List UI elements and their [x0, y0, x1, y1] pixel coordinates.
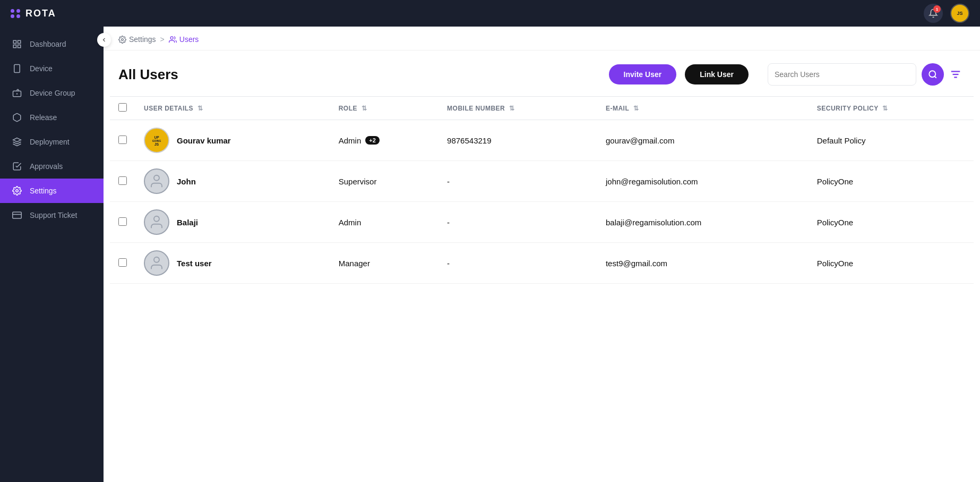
- mobile-number: -: [439, 161, 597, 202]
- svg-text:JS: JS: [154, 142, 159, 146]
- sidebar-item-dashboard[interactable]: Dashboard: [0, 32, 104, 56]
- sidebar-item-device[interactable]: Device: [0, 56, 104, 81]
- email: test9@gmail.com: [597, 243, 809, 284]
- role-label: Manager: [339, 259, 370, 268]
- security-policy: PolicyOne: [809, 243, 974, 284]
- email: john@regamisolution.com: [597, 161, 809, 202]
- role-label: Supervisor: [339, 177, 377, 186]
- col-role: ROLE ⇅: [330, 97, 439, 120]
- svg-line-14: [934, 76, 936, 78]
- security-policy: PolicyOne: [809, 161, 974, 202]
- select-all-checkbox[interactable]: [118, 103, 127, 112]
- col-security-policy: SECURITY POLICY ⇅: [809, 97, 974, 120]
- support-ticket-icon: [12, 210, 22, 221]
- svg-point-11: [122, 38, 124, 40]
- sort-icon-security-policy[interactable]: ⇅: [882, 105, 888, 112]
- search-box: [768, 63, 916, 86]
- notification-badge: 1: [933, 5, 941, 13]
- svg-rect-1: [18, 40, 21, 43]
- sidebar-item-settings-label: Settings: [30, 187, 57, 195]
- sidebar-item-device-label: Device: [30, 64, 53, 73]
- svg-rect-0: [13, 40, 16, 43]
- sidebar-item-release-label: Release: [30, 113, 57, 122]
- sort-icon-role[interactable]: ⇅: [362, 105, 367, 112]
- svg-rect-2: [13, 45, 16, 48]
- app-title: ROTA: [25, 8, 56, 19]
- security-policy: PolicyOne: [809, 202, 974, 243]
- device-group-icon: [12, 88, 22, 98]
- sort-icon-mobile[interactable]: ⇅: [509, 105, 515, 112]
- user-avatar: [144, 168, 169, 194]
- svg-point-22: [154, 175, 159, 181]
- user-name: Gourav kumar: [177, 136, 231, 145]
- settings-icon: [12, 185, 22, 196]
- table-row: Test userManager-test9@gmail.comPolicyOn…: [110, 243, 974, 284]
- page-title: All Users: [118, 66, 600, 83]
- dashboard-icon: [12, 39, 22, 49]
- svg-point-23: [154, 216, 159, 222]
- svg-rect-9: [13, 212, 22, 218]
- user-avatar-topbar[interactable]: JS: [950, 4, 969, 23]
- sidebar-item-support-ticket-label: Support Ticket: [30, 211, 78, 219]
- row-checkbox-3[interactable]: [118, 258, 127, 267]
- table-row: BalajiAdmin-balaji@regamisolution.comPol…: [110, 202, 974, 243]
- breadcrumb-settings[interactable]: Settings: [118, 35, 156, 44]
- row-checkbox-2[interactable]: [118, 217, 127, 226]
- role-label: Admin: [339, 218, 362, 227]
- breadcrumb: Settings > Users: [104, 27, 980, 50]
- sidebar-item-approvals-label: Approvals: [30, 162, 63, 171]
- select-all-header: [110, 97, 135, 120]
- svg-point-24: [154, 257, 159, 263]
- mobile-number: -: [439, 243, 597, 284]
- user-avatar: [144, 250, 169, 276]
- col-mobile: MOBILE NUMBER ⇅: [439, 97, 597, 120]
- sidebar-item-deployment-label: Deployment: [30, 138, 70, 146]
- user-avatar: [144, 209, 169, 235]
- sidebar-toggle[interactable]: [97, 33, 111, 47]
- svg-text:UP: UP: [154, 136, 159, 139]
- logo-dots: [11, 9, 20, 18]
- role-plus-badge: +2: [365, 136, 380, 145]
- sidebar-item-approvals[interactable]: Approvals: [0, 154, 104, 179]
- svg-point-8: [16, 190, 19, 192]
- sort-icon-email[interactable]: ⇅: [633, 105, 639, 112]
- deployment-icon: [12, 137, 22, 147]
- svg-point-12: [170, 36, 173, 39]
- sidebar-item-dashboard-label: Dashboard: [30, 40, 66, 48]
- row-checkbox-1[interactable]: [118, 176, 127, 185]
- email: balaji@regamisolution.com: [597, 202, 809, 243]
- search-input[interactable]: [775, 70, 909, 79]
- col-email: E-MAIL ⇅: [597, 97, 809, 120]
- breadcrumb-users[interactable]: Users: [169, 35, 199, 44]
- table-row: JohnSupervisor-john@regamisolution.comPo…: [110, 161, 974, 202]
- sidebar-item-deployment[interactable]: Deployment: [0, 130, 104, 154]
- release-icon: [12, 112, 22, 123]
- email: gourav@gmail.com: [597, 120, 809, 161]
- sidebar-item-device-group-label: Device Group: [30, 89, 75, 97]
- search-icon-button[interactable]: [922, 63, 944, 86]
- sidebar-item-support-ticket[interactable]: Support Ticket: [0, 203, 104, 227]
- link-user-button[interactable]: Link User: [685, 64, 749, 84]
- invite-user-button[interactable]: Invite User: [609, 64, 677, 84]
- notification-button[interactable]: 1: [924, 4, 943, 23]
- mobile-number: -: [439, 202, 597, 243]
- svg-point-13: [929, 71, 935, 77]
- device-icon: [12, 63, 22, 74]
- svg-rect-3: [18, 45, 21, 48]
- security-policy: Default Policy: [809, 120, 974, 161]
- row-checkbox-0[interactable]: [118, 136, 127, 144]
- sidebar-item-settings[interactable]: Settings: [0, 179, 104, 203]
- mobile-number: 9876543219: [439, 120, 597, 161]
- filter-button[interactable]: [946, 65, 965, 84]
- user-name: Balaji: [177, 218, 198, 227]
- svg-text:GOING: GOING: [152, 139, 161, 142]
- sidebar-item-release[interactable]: Release: [0, 105, 104, 130]
- sort-icon-user-details[interactable]: ⇅: [197, 105, 203, 112]
- user-avatar: UP GOING JS: [144, 128, 169, 153]
- sidebar-item-device-group[interactable]: Device Group: [0, 81, 104, 105]
- approvals-icon: [12, 161, 22, 172]
- user-name: Test user: [177, 259, 212, 268]
- role-label: Admin: [339, 136, 362, 145]
- breadcrumb-separator: >: [160, 35, 165, 44]
- user-name: John: [177, 177, 196, 186]
